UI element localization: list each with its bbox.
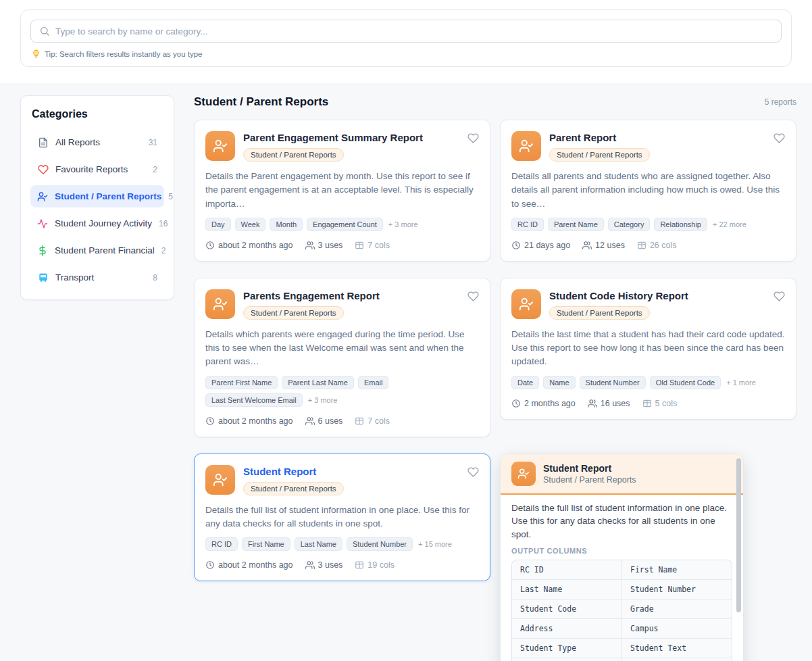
tag: Engagement Count [307, 218, 383, 231]
tag: RC ID [511, 218, 544, 231]
favourite-heart-icon[interactable] [467, 289, 479, 320]
clock-icon [205, 416, 215, 426]
users-icon [305, 416, 315, 426]
sidebar-item-transport[interactable]: Transport 8 [30, 266, 164, 289]
search-tip-text: Tip: Search filters results instantly as… [45, 50, 203, 58]
updated-label: about 2 months ago [218, 241, 293, 250]
preview-scrollbar[interactable] [736, 458, 741, 612]
report-card-parent-engagement-summary[interactable]: Parent Engagement Summary Report Student… [194, 120, 490, 262]
table-icon [642, 399, 652, 408]
page-title: Student / Parent Reports [194, 95, 328, 109]
search-card: Tip: Search filters results instantly as… [20, 9, 792, 67]
tags-row: Date Name Student Number Old Student Cod… [511, 376, 785, 389]
clock-icon [205, 560, 215, 570]
report-card-parent-report[interactable]: Parent Report Student / Parent Reports D… [500, 120, 796, 262]
report-title: Parent Report [549, 131, 765, 144]
uses-label: 3 uses [318, 560, 343, 570]
cols-label: 7 cols [367, 416, 390, 426]
dollar-icon [37, 245, 48, 256]
uses-label: 6 uses [318, 416, 343, 426]
sidebar-item-student-parent-financial[interactable]: Student Parent Financial 2 [30, 239, 164, 262]
sidebar-item-student-journey-activity[interactable]: Student Journey Activity 16 [30, 212, 164, 235]
table-icon [355, 416, 364, 426]
report-card-student-report[interactable]: Student Report Student / Parent Reports … [194, 454, 490, 582]
reports-main: Student / Parent Reports 5 reports Paren… [194, 95, 796, 661]
search-tip: Tip: Search filters results instantly as… [30, 49, 782, 58]
report-description: Details all parents and students who are… [511, 170, 785, 211]
uses-label: 3 uses [318, 241, 343, 250]
table-row: AddressCampus [512, 619, 732, 639]
tag: Parent First Name [205, 376, 278, 389]
category-badge: Student / Parent Reports [549, 148, 650, 162]
lightbulb-icon [32, 49, 41, 58]
sidebar-item-label: Student Parent Financial [55, 245, 155, 255]
users-icon [305, 241, 315, 250]
report-card-student-code-history[interactable]: Student Code History Report Student / Pa… [500, 278, 796, 420]
tags-row: Day Week Month Engagement Count + 3 more [205, 218, 479, 231]
user-check-icon [511, 462, 536, 486]
report-preview-wrap: Student Report Student / Parent Reports … [500, 454, 744, 661]
report-preview-panel: Student Report Student / Parent Reports … [500, 454, 744, 661]
category-badge: Student / Parent Reports [549, 306, 650, 320]
tags-row: RC ID Parent Name Category Relationship … [511, 218, 785, 231]
tag: Last Name [295, 537, 342, 551]
report-description: Details which parents were engaged durin… [205, 328, 479, 369]
report-description: Details the full list of student informa… [205, 504, 479, 531]
sidebar-item-student-parent-reports[interactable]: Student / Parent Reports 5 [30, 185, 164, 207]
sidebar-item-count: 5 [168, 192, 173, 201]
tag: Date [511, 376, 539, 389]
preview-category: Student / Parent Reports [543, 475, 636, 485]
tag: Day [205, 218, 231, 231]
tag: Month [270, 218, 303, 231]
sidebar-item-label: All Reports [55, 137, 100, 147]
report-card-parents-engagement[interactable]: Parents Engagement Report Student / Pare… [194, 278, 490, 437]
sidebar-item-count: 16 [159, 219, 168, 228]
cols-label: 26 cols [650, 241, 677, 250]
user-check-icon [511, 131, 541, 161]
output-columns-label: OUTPUT COLUMNS [511, 547, 732, 555]
users-icon [305, 560, 315, 570]
report-title: Parents Engagement Report [243, 289, 459, 302]
updated-label: about 2 months ago [218, 560, 293, 570]
search-box[interactable] [30, 20, 782, 43]
reports-grid: Parent Engagement Summary Report Student… [194, 120, 796, 661]
sidebar-item-label: Favourite Reports [55, 164, 128, 174]
favourite-heart-icon[interactable] [467, 465, 479, 495]
meta-row: about 2 months ago 3 uses 19 cols [205, 560, 479, 570]
favourite-heart-icon[interactable] [773, 131, 785, 162]
heart-icon [37, 164, 49, 175]
updated-label: 2 months ago [524, 399, 576, 408]
uses-label: 12 uses [595, 241, 625, 250]
content-area: Categories All Reports 31 Favourite Repo… [0, 83, 812, 661]
reports-count: 5 reports [765, 97, 796, 107]
preview-title: Student Report [543, 463, 636, 474]
sidebar-title: Categories [32, 108, 163, 120]
tag: Week [235, 218, 266, 231]
tag: Name [543, 376, 575, 389]
tag: Category [608, 218, 651, 231]
tag: Last Sent Welcome Email [205, 393, 303, 407]
more-tags: + 3 more [388, 220, 418, 228]
tag: Parent Last Name [282, 376, 354, 389]
sidebar-item-favourite-reports[interactable]: Favourite Reports 2 [30, 158, 164, 180]
users-icon [582, 241, 592, 250]
preview-header: Student Report Student / Parent Reports [501, 454, 743, 495]
main-header: Student / Parent Reports 5 reports [194, 95, 796, 109]
updated-label: about 2 months ago [218, 416, 293, 426]
tag: Email [358, 376, 389, 389]
favourite-heart-icon[interactable] [467, 131, 479, 162]
file-icon [37, 137, 49, 148]
table-row: RC IDFirst Name [512, 560, 732, 580]
clock-icon [511, 241, 521, 250]
search-input[interactable] [55, 26, 773, 36]
report-title: Student Code History Report [549, 289, 765, 302]
favourite-heart-icon[interactable] [773, 289, 785, 320]
tag: Student Number [347, 537, 413, 551]
search-section: Tip: Search filters results instantly as… [0, 0, 812, 83]
sidebar-item-all-reports[interactable]: All Reports 31 [30, 131, 164, 153]
users-icon [588, 399, 597, 408]
clock-icon [511, 399, 521, 408]
report-title: Student Report [243, 465, 459, 478]
more-tags: + 22 more [713, 220, 746, 228]
activity-icon [37, 218, 48, 229]
